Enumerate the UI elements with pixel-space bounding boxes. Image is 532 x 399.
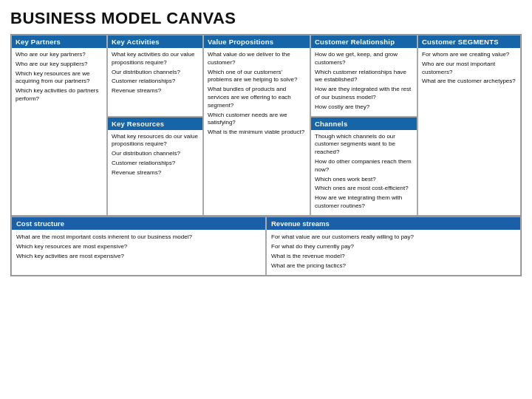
cost-structure-header: Cost structure bbox=[12, 217, 265, 230]
revenue-streams-cell: Revenue streams For what value are our c… bbox=[266, 216, 521, 276]
key-partners-body: Who are our key partners? Who are our ke… bbox=[12, 48, 106, 215]
cost-structure-cell: Cost structure What are the most importa… bbox=[11, 216, 266, 276]
channels-header: Channels bbox=[311, 117, 417, 130]
customer-segments-cell: Customer SEGMENTS For whom are we creati… bbox=[417, 35, 521, 216]
value-propositions-header: Value Propositions bbox=[204, 35, 310, 48]
customer-segments-header: Customer SEGMENTS bbox=[418, 35, 520, 48]
customer-relationship-cell: Customer Relationship How do we get, kee… bbox=[310, 35, 417, 117]
key-resources-cell: Key Resources What key resources do our … bbox=[107, 117, 203, 216]
key-activities-body: What key activities do our value proposi… bbox=[108, 48, 202, 116]
page-title: BUSINESS MODEL CANVAS bbox=[10, 9, 522, 28]
revenue-streams-body: For what value are our customers really … bbox=[267, 230, 520, 275]
key-resources-header: Key Resources bbox=[108, 117, 202, 130]
key-activities-cell: Key Activities What key activities do ou… bbox=[107, 35, 203, 117]
customer-relationship-header: Customer Relationship bbox=[311, 35, 417, 48]
channels-cell: Channels Though which channels do our cu… bbox=[310, 117, 417, 216]
key-activities-header: Key Activities bbox=[108, 35, 202, 48]
revenue-streams-header: Revenue streams bbox=[267, 217, 520, 230]
customer-segments-body: For whom are we creating value? Who are … bbox=[418, 48, 520, 215]
canvas-grid: Key Partners Who are our key partners? W… bbox=[10, 34, 522, 216]
key-partners-cell: Key Partners Who are our key partners? W… bbox=[11, 35, 107, 216]
bottom-grid: Cost structure What are the most importa… bbox=[10, 216, 522, 276]
value-propositions-cell: Value Propositions What value do we deli… bbox=[203, 35, 310, 216]
cost-structure-body: What are the most important costs inhere… bbox=[12, 230, 265, 265]
key-partners-header: Key Partners bbox=[12, 35, 106, 48]
key-resources-body: What key resources do our value proposit… bbox=[108, 130, 202, 215]
value-propositions-body: What value do we deliver to the customer… bbox=[204, 48, 310, 215]
customer-relationship-body: How do we get, keep, and grow customers?… bbox=[311, 48, 417, 116]
channels-body: Though which channels do our customer se… bbox=[311, 130, 417, 215]
